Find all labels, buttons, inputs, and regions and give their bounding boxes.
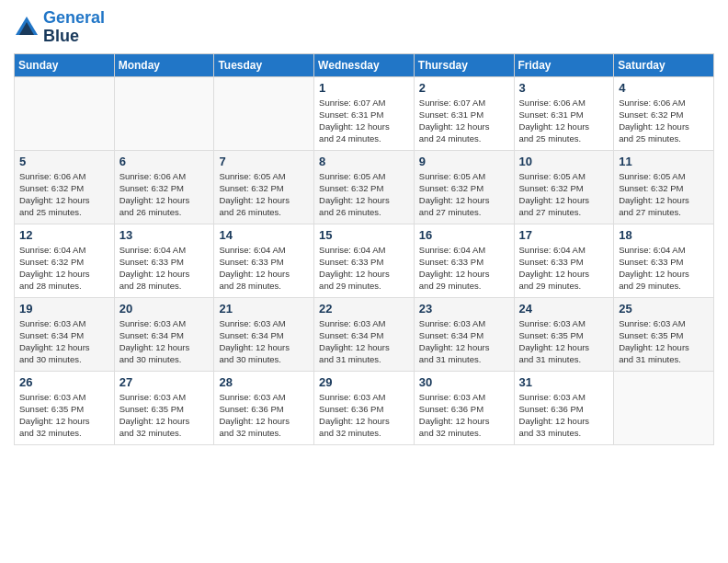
logo-icon	[14, 15, 40, 40]
calendar-cell: 18Sunrise: 6:04 AM Sunset: 6:33 PM Dayli…	[614, 224, 714, 297]
calendar-cell: 31Sunrise: 6:03 AM Sunset: 6:36 PM Dayli…	[514, 371, 614, 444]
day-info: Sunrise: 6:04 AM Sunset: 6:32 PM Dayligh…	[19, 244, 109, 293]
day-info: Sunrise: 6:04 AM Sunset: 6:33 PM Dayligh…	[619, 244, 709, 293]
day-number: 30	[419, 375, 509, 389]
day-number: 8	[319, 155, 409, 168]
day-info: Sunrise: 6:04 AM Sunset: 6:33 PM Dayligh…	[419, 244, 509, 293]
day-number: 7	[219, 155, 309, 168]
day-info: Sunrise: 6:03 AM Sunset: 6:35 PM Dayligh…	[19, 391, 109, 440]
calendar-cell: 22Sunrise: 6:03 AM Sunset: 6:34 PM Dayli…	[314, 297, 415, 371]
calendar-cell: 25Sunrise: 6:03 AM Sunset: 6:35 PM Dayli…	[614, 297, 714, 371]
day-number: 11	[619, 155, 709, 168]
day-info: Sunrise: 6:05 AM Sunset: 6:32 PM Dayligh…	[319, 170, 409, 219]
calendar-cell: 20Sunrise: 6:03 AM Sunset: 6:34 PM Dayli…	[114, 297, 214, 371]
day-number: 29	[319, 375, 409, 389]
day-number: 12	[19, 228, 109, 242]
day-number: 3	[519, 81, 609, 95]
day-info: Sunrise: 6:03 AM Sunset: 6:35 PM Dayligh…	[519, 317, 609, 366]
weekday-header: Tuesday	[214, 53, 314, 76]
calendar-cell	[214, 76, 314, 150]
day-number: 21	[219, 302, 309, 316]
day-info: Sunrise: 6:03 AM Sunset: 6:34 PM Dayligh…	[319, 317, 409, 366]
calendar-cell: 2Sunrise: 6:07 AM Sunset: 6:31 PM Daylig…	[414, 76, 514, 150]
calendar-cell: 7Sunrise: 6:05 AM Sunset: 6:32 PM Daylig…	[214, 150, 314, 224]
weekday-header: Monday	[114, 53, 214, 76]
calendar-cell: 28Sunrise: 6:03 AM Sunset: 6:36 PM Dayli…	[214, 371, 314, 444]
day-info: Sunrise: 6:05 AM Sunset: 6:32 PM Dayligh…	[219, 170, 309, 219]
day-number: 23	[419, 302, 509, 316]
calendar-cell: 12Sunrise: 6:04 AM Sunset: 6:32 PM Dayli…	[15, 224, 115, 297]
calendar-cell: 13Sunrise: 6:04 AM Sunset: 6:33 PM Dayli…	[114, 224, 214, 297]
calendar-cell: 3Sunrise: 6:06 AM Sunset: 6:31 PM Daylig…	[514, 76, 614, 150]
day-number: 2	[419, 81, 509, 95]
day-number: 1	[319, 81, 409, 95]
day-info: Sunrise: 6:03 AM Sunset: 6:36 PM Dayligh…	[319, 391, 409, 440]
day-number: 31	[519, 375, 609, 389]
calendar-cell: 4Sunrise: 6:06 AM Sunset: 6:32 PM Daylig…	[614, 76, 714, 150]
calendar-week-row: 19Sunrise: 6:03 AM Sunset: 6:34 PM Dayli…	[15, 297, 714, 371]
calendar-cell: 24Sunrise: 6:03 AM Sunset: 6:35 PM Dayli…	[514, 297, 614, 371]
day-info: Sunrise: 6:06 AM Sunset: 6:32 PM Dayligh…	[619, 97, 709, 145]
calendar-cell: 15Sunrise: 6:04 AM Sunset: 6:33 PM Dayli…	[314, 224, 415, 297]
day-number: 18	[619, 228, 709, 242]
calendar-cell: 27Sunrise: 6:03 AM Sunset: 6:35 PM Dayli…	[114, 371, 214, 444]
weekday-header-row: SundayMondayTuesdayWednesdayThursdayFrid…	[15, 53, 714, 76]
page-header: General Blue	[14, 9, 714, 46]
day-info: Sunrise: 6:03 AM Sunset: 6:34 PM Dayligh…	[119, 317, 210, 366]
calendar-cell: 23Sunrise: 6:03 AM Sunset: 6:34 PM Dayli…	[414, 297, 514, 371]
calendar-cell: 16Sunrise: 6:04 AM Sunset: 6:33 PM Dayli…	[414, 224, 514, 297]
day-number: 16	[419, 228, 509, 242]
day-info: Sunrise: 6:03 AM Sunset: 6:34 PM Dayligh…	[219, 317, 309, 366]
day-info: Sunrise: 6:03 AM Sunset: 6:36 PM Dayligh…	[519, 391, 609, 440]
day-info: Sunrise: 6:06 AM Sunset: 6:31 PM Dayligh…	[519, 97, 609, 145]
day-number: 25	[619, 302, 709, 316]
day-info: Sunrise: 6:03 AM Sunset: 6:35 PM Dayligh…	[119, 391, 210, 440]
calendar-cell: 19Sunrise: 6:03 AM Sunset: 6:34 PM Dayli…	[15, 297, 115, 371]
calendar-week-row: 5Sunrise: 6:06 AM Sunset: 6:32 PM Daylig…	[15, 150, 714, 224]
calendar-cell	[15, 76, 115, 150]
weekday-header: Saturday	[614, 53, 714, 76]
calendar-week-row: 12Sunrise: 6:04 AM Sunset: 6:32 PM Dayli…	[15, 224, 714, 297]
calendar-cell: 5Sunrise: 6:06 AM Sunset: 6:32 PM Daylig…	[15, 150, 115, 224]
calendar-week-row: 26Sunrise: 6:03 AM Sunset: 6:35 PM Dayli…	[15, 371, 714, 444]
day-info: Sunrise: 6:04 AM Sunset: 6:33 PM Dayligh…	[319, 244, 409, 293]
day-number: 27	[119, 375, 210, 389]
day-number: 22	[319, 302, 409, 316]
calendar-cell: 11Sunrise: 6:05 AM Sunset: 6:32 PM Dayli…	[614, 150, 714, 224]
day-info: Sunrise: 6:07 AM Sunset: 6:31 PM Dayligh…	[319, 97, 409, 145]
calendar-cell: 21Sunrise: 6:03 AM Sunset: 6:34 PM Dayli…	[214, 297, 314, 371]
calendar-cell: 6Sunrise: 6:06 AM Sunset: 6:32 PM Daylig…	[114, 150, 214, 224]
weekday-header: Thursday	[414, 53, 514, 76]
calendar-cell: 10Sunrise: 6:05 AM Sunset: 6:32 PM Dayli…	[514, 150, 614, 224]
day-info: Sunrise: 6:05 AM Sunset: 6:32 PM Dayligh…	[419, 170, 509, 219]
calendar-cell: 17Sunrise: 6:04 AM Sunset: 6:33 PM Dayli…	[514, 224, 614, 297]
day-number: 28	[219, 375, 309, 389]
calendar-table: SundayMondayTuesdayWednesdayThursdayFrid…	[14, 53, 714, 445]
weekday-header: Wednesday	[314, 53, 415, 76]
day-number: 13	[119, 228, 210, 242]
calendar-cell: 1Sunrise: 6:07 AM Sunset: 6:31 PM Daylig…	[314, 76, 415, 150]
day-info: Sunrise: 6:07 AM Sunset: 6:31 PM Dayligh…	[419, 97, 509, 145]
day-info: Sunrise: 6:04 AM Sunset: 6:33 PM Dayligh…	[119, 244, 210, 293]
calendar-cell: 30Sunrise: 6:03 AM Sunset: 6:36 PM Dayli…	[414, 371, 514, 444]
calendar-cell	[114, 76, 214, 150]
calendar-cell	[614, 371, 714, 444]
day-number: 14	[219, 228, 309, 242]
day-info: Sunrise: 6:03 AM Sunset: 6:34 PM Dayligh…	[19, 317, 109, 366]
logo: General Blue	[14, 9, 105, 46]
day-info: Sunrise: 6:03 AM Sunset: 6:36 PM Dayligh…	[419, 391, 509, 440]
day-info: Sunrise: 6:05 AM Sunset: 6:32 PM Dayligh…	[619, 170, 709, 219]
calendar-cell: 29Sunrise: 6:03 AM Sunset: 6:36 PM Dayli…	[314, 371, 415, 444]
day-number: 17	[519, 228, 609, 242]
day-number: 10	[519, 155, 609, 168]
day-number: 6	[119, 155, 210, 168]
day-number: 24	[519, 302, 609, 316]
weekday-header: Sunday	[15, 53, 115, 76]
day-info: Sunrise: 6:06 AM Sunset: 6:32 PM Dayligh…	[19, 170, 109, 219]
day-info: Sunrise: 6:05 AM Sunset: 6:32 PM Dayligh…	[519, 170, 609, 219]
day-number: 4	[619, 81, 709, 95]
day-number: 26	[19, 375, 109, 389]
day-info: Sunrise: 6:03 AM Sunset: 6:35 PM Dayligh…	[619, 317, 709, 366]
day-number: 9	[419, 155, 509, 168]
logo-text: General Blue	[43, 9, 105, 46]
